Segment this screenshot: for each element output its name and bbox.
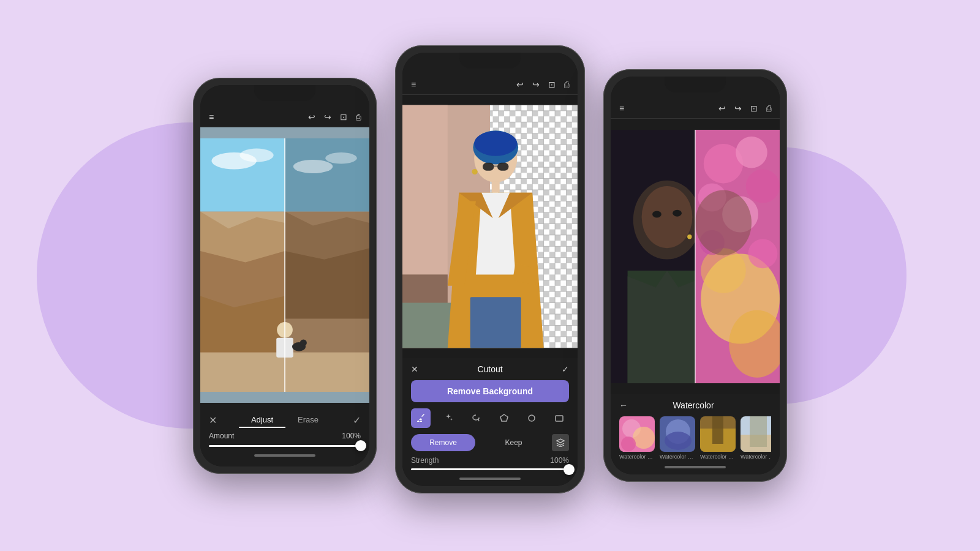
thumbnail-4[interactable] <box>741 416 771 452</box>
image-area-3 <box>611 119 780 394</box>
cutout-panel: ✕ Cutout ✓ Remove Background <box>402 358 578 486</box>
undo-icon-3[interactable]: ↩ <box>718 103 726 113</box>
svg-point-43 <box>652 211 662 217</box>
slider-1[interactable] <box>209 445 361 447</box>
menu-icon-1[interactable]: ≡ <box>209 112 214 122</box>
cutout-close-icon[interactable]: ✕ <box>411 364 418 374</box>
svg-rect-31 <box>483 163 494 171</box>
menu-icon-3[interactable]: ≡ <box>619 103 624 113</box>
notch-3 <box>665 77 726 92</box>
back-icon-3[interactable]: ← <box>619 400 628 410</box>
save-icon-2[interactable]: ⊡ <box>548 80 556 89</box>
layer-icon[interactable] <box>552 434 569 451</box>
svg-point-66 <box>665 432 692 450</box>
svg-marker-12 <box>285 248 369 318</box>
polygon-tool[interactable] <box>494 408 514 428</box>
svg-point-34 <box>472 169 477 174</box>
phone-3: ≡ ↩ ↪ ⊡ ⎙ <box>603 69 787 482</box>
polygon-icon <box>499 413 509 423</box>
redo-icon-2[interactable]: ↪ <box>532 80 540 89</box>
phone-1-inner: ≡ ↩ ↪ ⊡ ⎙ <box>200 85 369 467</box>
toolbar-1: ≡ ↩ ↪ ⊡ ⎙ <box>200 107 369 127</box>
watercolor-panel: ← Watercolor <box>611 394 780 474</box>
watercolor-title-row: ← Watercolor <box>619 400 771 410</box>
thumbnail-3[interactable] <box>700 416 736 452</box>
svg-marker-37 <box>500 414 508 421</box>
svg-point-48 <box>736 137 767 168</box>
tab-adjust[interactable]: Adjust <box>239 413 285 428</box>
thumbnail-label-4: Watercolor Di... <box>741 454 771 460</box>
rect-tool[interactable] <box>549 408 569 428</box>
strength-slider[interactable] <box>411 468 569 470</box>
keep-button[interactable]: Keep <box>481 434 546 451</box>
share-icon-2[interactable]: ⎙ <box>564 80 569 89</box>
image-area-1 <box>200 127 369 403</box>
thumbnail-wrap-2: Watercolor Di... <box>660 416 695 460</box>
home-bar-1 <box>254 454 315 457</box>
phone-1: ≡ ↩ ↪ ⊡ ⎙ <box>193 78 377 474</box>
strength-row: Strength 100% <box>411 456 569 465</box>
toolbar-2: ≡ ↩ ↪ ⊡ ⎙ <box>402 75 578 95</box>
svg-rect-36 <box>470 297 521 348</box>
redo-icon-1[interactable]: ↪ <box>324 112 331 122</box>
layers-icon <box>556 438 565 447</box>
amount-value: 100% <box>342 432 361 440</box>
watercolor-image <box>611 119 780 394</box>
svg-point-4 <box>293 159 333 173</box>
undo-icon-1[interactable]: ↩ <box>308 112 315 122</box>
remove-button[interactable]: Remove <box>411 434 475 451</box>
share-icon-3[interactable]: ⎙ <box>766 103 771 113</box>
save-icon-1[interactable]: ⊡ <box>340 112 347 122</box>
svg-point-30 <box>474 131 517 156</box>
lasso-tool[interactable] <box>466 408 486 428</box>
magic-icon <box>443 413 453 423</box>
thumbnail-label-2: Watercolor Di... <box>660 454 695 460</box>
svg-point-62 <box>633 427 655 449</box>
tab-erase[interactable]: Erase <box>285 413 331 428</box>
watercolor-title: Watercolor <box>673 400 714 410</box>
remove-background-button[interactable]: Remove Background <box>411 380 569 402</box>
rect-icon <box>554 413 564 423</box>
thumbnail-wrap-4: Watercolor Di... <box>741 416 771 460</box>
thumbnail-2[interactable] <box>660 416 695 452</box>
toolbar-icons-1: ↩ ↪ ⊡ ⎙ <box>308 112 361 122</box>
thumbnail-wrap-3: Watercolor Di... <box>700 416 736 460</box>
redo-icon-3[interactable]: ↪ <box>734 103 742 113</box>
svg-point-49 <box>746 169 780 203</box>
thumbnail-1[interactable] <box>619 416 655 452</box>
notch-1 <box>254 85 315 101</box>
tabs-row-1: ✕ Adjust Erase ✓ <box>209 409 361 432</box>
svg-rect-39 <box>556 416 563 421</box>
cutout-title-row: ✕ Cutout ✓ <box>411 364 569 374</box>
svg-point-3 <box>239 148 273 162</box>
slider-thumb-1[interactable] <box>355 440 366 451</box>
toolbar-icons-2: ↩ ↪ ⊡ ⎙ <box>516 80 569 89</box>
svg-rect-32 <box>497 163 508 171</box>
brush-tool[interactable] <box>411 408 431 428</box>
menu-icon-2[interactable]: ≡ <box>411 80 416 89</box>
canyon-image <box>200 127 369 403</box>
share-icon-1[interactable]: ⎙ <box>356 112 361 122</box>
bottom-panel-1: ✕ Adjust Erase ✓ Amount 100% <box>200 403 369 467</box>
cutout-check-icon[interactable]: ✓ <box>562 364 569 374</box>
check-button-1[interactable]: ✓ <box>353 414 361 426</box>
undo-icon-2[interactable]: ↩ <box>516 80 524 89</box>
svg-point-59 <box>687 234 692 239</box>
close-button-1[interactable]: ✕ <box>209 414 217 426</box>
phone-2: ≡ ↩ ↪ ⊡ ⎙ <box>395 45 585 493</box>
toolbar-3: ≡ ↩ ↪ ⊡ ⎙ <box>611 99 780 119</box>
circle-tool[interactable] <box>522 408 541 428</box>
image-area-2 <box>402 95 578 358</box>
phone-3-inner: ≡ ↩ ↪ ⊡ ⎙ <box>611 77 780 474</box>
home-bar-2 <box>459 478 521 480</box>
svg-point-44 <box>673 210 682 217</box>
svg-point-17 <box>300 339 307 346</box>
remove-keep-row: Remove Keep <box>411 434 569 451</box>
svg-point-56 <box>748 239 777 268</box>
magic-tool[interactable] <box>439 408 458 428</box>
thumbnail-wrap-1: Watercolor Di... <box>619 416 655 460</box>
strength-slider-thumb[interactable] <box>564 464 575 475</box>
save-icon-3[interactable]: ⊡ <box>750 103 758 113</box>
thumbnail-label-3: Watercolor Di... <box>700 454 736 460</box>
svg-rect-25 <box>402 105 448 275</box>
